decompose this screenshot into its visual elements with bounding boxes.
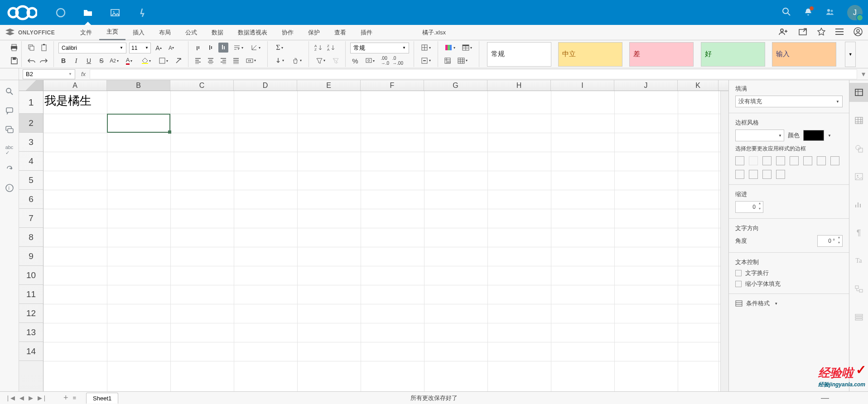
decrease-font-icon[interactable]: A▾ <box>166 43 176 53</box>
next-sheet-icon[interactable]: ▶ <box>29 394 33 401</box>
border-cross-icon[interactable] <box>762 156 772 165</box>
cell-settings-tab-icon[interactable] <box>849 83 868 102</box>
valign-mid-icon[interactable] <box>206 43 216 53</box>
col-header-I[interactable]: I <box>551 80 614 91</box>
row-header-2[interactable]: 2 <box>19 114 43 133</box>
slicer-tab-icon[interactable] <box>849 308 868 327</box>
shape-settings-tab-icon[interactable] <box>849 139 868 158</box>
menu-tab-9[interactable]: 查看 <box>327 25 353 40</box>
row-header-6[interactable]: 6 <box>19 190 43 209</box>
chat-icon[interactable] <box>5 125 14 135</box>
currency-icon[interactable]: ▾ <box>363 56 377 66</box>
menu-tab-3[interactable]: 布局 <box>152 25 178 40</box>
border-outer-icon[interactable] <box>776 156 785 165</box>
col-header-A[interactable]: A <box>43 80 107 91</box>
feedback-icon[interactable] <box>5 165 14 175</box>
valign-bot-icon[interactable] <box>218 43 228 53</box>
align-right-icon[interactable] <box>218 56 228 66</box>
menu-tab-5[interactable]: 数据 <box>204 25 231 40</box>
activity-app-icon[interactable] <box>130 0 155 25</box>
cell-style-3[interactable]: 好 <box>701 42 765 67</box>
menu-tab-7[interactable]: 协作 <box>275 25 301 40</box>
cell-a1[interactable]: 我是橘生 <box>43 91 107 114</box>
row-header-12[interactable]: 12 <box>19 304 43 323</box>
strike-icon[interactable]: S <box>96 56 106 66</box>
notifications-icon[interactable] <box>804 7 813 18</box>
angle-spinner[interactable]: 0 °▲▼ <box>817 235 843 247</box>
border-top-icon[interactable] <box>749 170 758 179</box>
menu-icon[interactable] <box>835 29 844 36</box>
border-bottom-icon[interactable] <box>776 170 785 179</box>
fill-down-icon[interactable]: ▾ <box>272 56 287 66</box>
col-header-K[interactable]: K <box>678 80 719 91</box>
add-sheet-icon[interactable]: + <box>63 393 68 403</box>
wrap-checkbox[interactable]: 文字换行 <box>735 269 843 277</box>
row-header-5[interactable]: 5 <box>19 171 43 190</box>
border-inner-icon[interactable] <box>749 156 758 165</box>
col-header-F[interactable]: F <box>361 80 424 91</box>
image-settings-tab-icon[interactable] <box>849 167 868 186</box>
cell-format-icon[interactable]: ▾ <box>455 56 470 66</box>
autosum-icon[interactable]: Σ▾ <box>272 43 287 53</box>
formula-input[interactable] <box>90 69 857 79</box>
prev-sheet-icon[interactable]: ◀ <box>19 394 24 401</box>
user-avatar[interactable]: J <box>847 5 863 20</box>
increase-font-icon[interactable]: A▴ <box>154 43 164 53</box>
col-header-H[interactable]: H <box>487 80 551 91</box>
name-box[interactable]: B2▼ <box>23 69 75 79</box>
add-user-icon[interactable] <box>778 28 788 37</box>
merge-icon[interactable]: ▾ <box>244 56 258 66</box>
menu-tab-10[interactable]: 插件 <box>353 25 380 40</box>
dashboard-app-icon[interactable] <box>48 0 73 25</box>
photos-app-icon[interactable] <box>102 0 128 25</box>
col-header-E[interactable]: E <box>297 80 361 91</box>
number-format-select[interactable]: 常规▼ <box>350 43 409 53</box>
chart-settings-tab-icon[interactable] <box>849 195 868 214</box>
row-header-11[interactable]: 11 <box>19 285 43 304</box>
font-size-select[interactable]: 11▼ <box>129 43 151 53</box>
percent-icon[interactable]: % <box>350 56 360 66</box>
sort-desc-icon[interactable]: ZA <box>326 43 336 53</box>
row-header-10[interactable]: 10 <box>19 266 43 285</box>
comments-icon[interactable] <box>5 106 14 116</box>
border-hcenter-icon[interactable] <box>762 170 772 179</box>
table-template-icon[interactable]: ▾ <box>460 43 474 53</box>
inc-decimal-icon[interactable]: .00→.0 <box>380 56 390 66</box>
files-app-icon[interactable] <box>75 0 101 25</box>
paragraph-tab-icon[interactable]: ¶ <box>849 223 868 242</box>
textart-tab-icon[interactable]: Ta <box>849 251 868 270</box>
col-header-C[interactable]: C <box>170 80 234 91</box>
col-header-B[interactable]: B <box>107 80 170 91</box>
vertical-scrollbar[interactable] <box>720 91 728 404</box>
row-header-9[interactable]: 9 <box>19 247 43 266</box>
italic-icon[interactable]: I <box>71 56 81 66</box>
border-diag2-icon[interactable] <box>803 156 812 165</box>
row-header-4[interactable]: 4 <box>19 152 43 171</box>
underline-icon[interactable]: U <box>84 56 94 66</box>
sheet-tab[interactable]: Sheet1 <box>86 393 118 404</box>
border-right-icon[interactable] <box>735 170 744 179</box>
clear-icon[interactable]: ▾ <box>289 56 304 66</box>
shrink-checkbox[interactable]: 缩小字体填充 <box>735 280 843 288</box>
remove-filter-icon[interactable] <box>331 56 341 66</box>
save-icon[interactable] <box>9 56 19 66</box>
border-all-icon[interactable] <box>735 156 744 165</box>
borders-icon[interactable]: ▾ <box>156 56 171 66</box>
cell-style-0[interactable]: 常规 <box>487 42 551 67</box>
menu-tab-2[interactable]: 插入 <box>125 25 152 40</box>
menu-tab-8[interactable]: 保护 <box>301 25 327 40</box>
account-icon[interactable] <box>854 27 863 38</box>
border-diag1-icon[interactable] <box>790 156 799 165</box>
font-name-select[interactable]: Calibri▼ <box>58 43 126 53</box>
select-all-corner[interactable] <box>19 80 43 91</box>
border-style-select[interactable]: ▼ <box>735 130 784 141</box>
cells-area[interactable]: 我是橘生 <box>43 91 720 404</box>
more-styles-icon[interactable]: ▼ <box>845 42 856 67</box>
menu-tab-6[interactable]: 数据透视表 <box>231 25 275 40</box>
indent-spinner[interactable]: 0▲▼ <box>735 201 763 213</box>
contacts-icon[interactable] <box>825 7 834 18</box>
pivot-tab-icon[interactable] <box>849 279 868 298</box>
search-icon[interactable] <box>782 7 791 18</box>
print-icon[interactable] <box>9 43 19 53</box>
valign-top-icon[interactable] <box>193 43 203 53</box>
